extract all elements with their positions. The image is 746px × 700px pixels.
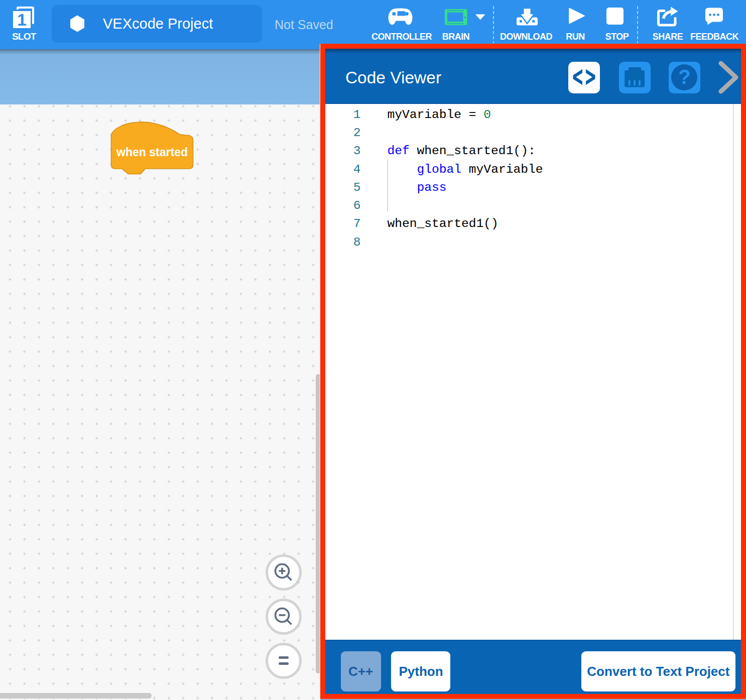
svg-text:when started: when started (116, 146, 188, 159)
